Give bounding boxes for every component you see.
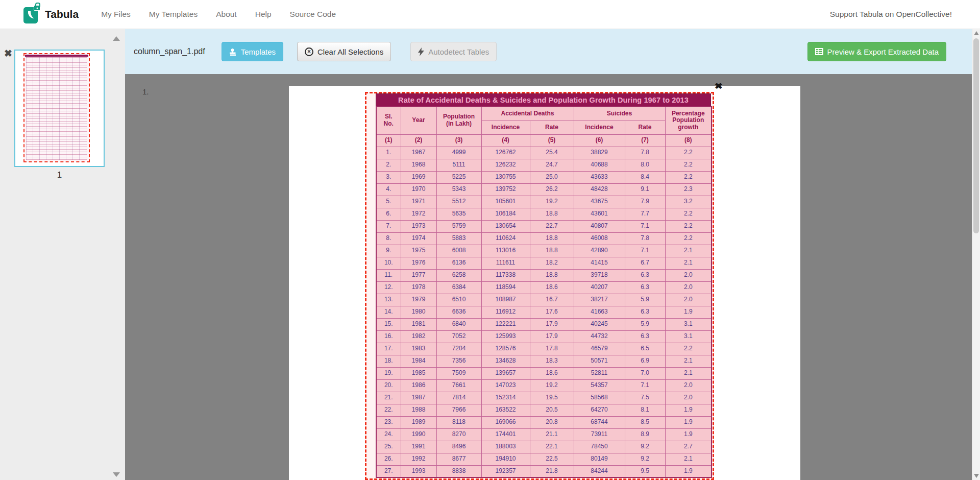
lightning-icon — [418, 47, 424, 56]
remove-page-icon[interactable]: ✖ — [4, 49, 12, 58]
page-1-thumbnail[interactable] — [14, 50, 105, 167]
table-selection-box[interactable] — [365, 92, 714, 480]
pdf-canvas: 1. Rate of Accidental Deaths & Suicides … — [125, 74, 972, 480]
brand-name: Tabula — [45, 8, 79, 20]
nav-my-templates[interactable]: My Templates — [149, 10, 198, 19]
document-toolbar: column_span_1.pdf Templates Clear All Se… — [125, 29, 972, 74]
sidebar-scroll-up-icon[interactable] — [113, 36, 120, 41]
vertical-scrollbar[interactable] — [972, 29, 980, 480]
autodetect-tables-button[interactable]: Autodetect Tables — [410, 42, 497, 61]
circle-x-icon — [305, 47, 313, 56]
sidebar-scroll-down-icon[interactable] — [113, 472, 120, 477]
nav-about[interactable]: About — [216, 10, 237, 19]
templates-button[interactable]: Templates — [222, 42, 283, 61]
stamp-icon — [229, 48, 237, 56]
nav-links: My Files My Templates About Help Source … — [101, 10, 336, 19]
preview-export-button[interactable]: Preview & Export Extracted Data — [807, 42, 946, 61]
nav-my-files[interactable]: My Files — [101, 10, 131, 19]
tabula-brand[interactable]: Tabula — [23, 5, 79, 23]
page-number-label: 1. — [142, 87, 149, 96]
document-filename: column_span_1.pdf — [134, 47, 205, 56]
selection-close-icon[interactable]: ✖ — [715, 82, 723, 90]
clear-button-label: Clear All Selections — [317, 47, 383, 56]
lock-icon — [34, 5, 40, 11]
scrollbar-thumb[interactable] — [973, 38, 979, 233]
top-navbar: Tabula My Files My Templates About Help … — [0, 0, 980, 29]
templates-button-label: Templates — [241, 47, 276, 56]
support-opencollective-link[interactable]: Support Tabula on OpenCollective! — [830, 10, 952, 19]
acrobat-swoosh-icon — [26, 10, 35, 20]
thumbnail-table-title-bar — [25, 55, 88, 57]
table-grid-icon — [815, 48, 823, 55]
tabula-logo-icon — [23, 5, 40, 23]
thumbnail-page-number: 1 — [14, 170, 105, 180]
clear-all-selections-button[interactable]: Clear All Selections — [297, 42, 391, 61]
export-button-label: Preview & Export Extracted Data — [827, 47, 939, 56]
nav-help[interactable]: Help — [255, 10, 272, 19]
thumbnail-selection-preview — [23, 53, 90, 162]
thumbnail-table-rows — [26, 57, 87, 160]
autodetect-button-label: Autodetect Tables — [428, 47, 489, 56]
scrollbar-up-icon[interactable] — [974, 31, 979, 35]
scrollbar-down-icon[interactable] — [974, 474, 979, 478]
page-thumbnails-sidebar: ✖ 1 — [0, 29, 125, 480]
nav-source-code[interactable]: Source Code — [290, 10, 336, 19]
